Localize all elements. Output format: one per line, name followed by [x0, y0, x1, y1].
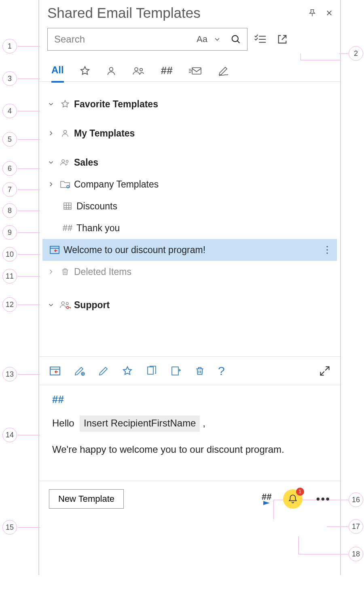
- signature-icon: [218, 65, 230, 77]
- match-case-toggle[interactable]: Aa: [197, 34, 207, 45]
- svg-point-11: [326, 246, 328, 247]
- new-template-button[interactable]: New Template: [49, 489, 124, 509]
- group-favorite-templates[interactable]: Favorite Templates: [39, 93, 340, 115]
- item-welcome-discount[interactable]: Welcome to our discount program!: [42, 239, 337, 261]
- callout-12: 12: [2, 297, 17, 312]
- hash-icon: ##: [60, 223, 75, 233]
- mail-send-icon: [188, 65, 203, 77]
- panel-title: Shared Email Templates: [47, 5, 201, 21]
- svg-point-2: [135, 68, 138, 71]
- expand-icon[interactable]: [319, 365, 330, 377]
- group-my-templates[interactable]: My Templates: [39, 122, 340, 144]
- chevron-down-icon: [44, 159, 58, 166]
- callout-14: 14: [2, 428, 17, 442]
- insert-button[interactable]: [49, 366, 61, 376]
- preview-hello: Hello: [52, 418, 74, 428]
- trash-icon: [58, 267, 72, 277]
- tab-macros[interactable]: ##: [161, 59, 173, 83]
- callout-5: 5: [2, 132, 17, 147]
- dataset-icon: [60, 202, 75, 211]
- bell-icon: [288, 493, 298, 505]
- delete-button[interactable]: [195, 365, 205, 377]
- item-label: Discounts: [76, 201, 117, 212]
- footer-more-button[interactable]: •••: [316, 492, 330, 505]
- callout-3: 3: [2, 71, 17, 86]
- tab-all[interactable]: All: [51, 59, 64, 83]
- group-support[interactable]: Support: [39, 294, 340, 316]
- svg-rect-9: [64, 203, 71, 209]
- star-icon: [79, 65, 91, 77]
- callout-1: 1: [2, 39, 17, 53]
- footer-bar: New Template ## 1 •••: [39, 481, 340, 517]
- preview-toolbar: ?: [39, 357, 340, 385]
- insert-template-icon: [47, 245, 62, 255]
- checklist-icon[interactable]: [254, 33, 267, 45]
- chevron-down-icon: [44, 100, 58, 108]
- callout-13: 13: [2, 367, 17, 381]
- macro-recipient-firstname[interactable]: Insert RecipientFirstName: [80, 416, 200, 432]
- tab-sign[interactable]: [218, 59, 230, 83]
- callout-11: 11: [2, 269, 17, 283]
- notifications-button[interactable]: 1: [283, 489, 303, 509]
- tab-favorites[interactable]: [79, 59, 91, 83]
- group-label: Support: [74, 300, 110, 311]
- person-icon: [106, 65, 116, 77]
- svg-point-14: [61, 302, 64, 305]
- callout-9: 9: [2, 225, 17, 240]
- svg-point-13: [326, 252, 328, 254]
- chevron-right-icon: [44, 130, 58, 137]
- svg-point-5: [63, 130, 66, 133]
- callout-2: 2: [349, 46, 363, 61]
- callout-8: 8: [2, 203, 17, 218]
- macros-shortcut-icon[interactable]: ##: [262, 493, 271, 505]
- more-icon[interactable]: [326, 245, 329, 254]
- chevron-right-icon: [44, 181, 58, 188]
- chevron-right-icon: [44, 268, 58, 275]
- callout-16: 16: [349, 492, 363, 507]
- search-scope-dropdown[interactable]: [213, 35, 221, 43]
- callout-15: 15: [2, 520, 17, 535]
- svg-point-7: [66, 160, 68, 162]
- pin-icon[interactable]: [308, 8, 317, 18]
- search-container: Aa: [47, 28, 248, 51]
- item-discounts[interactable]: Discounts: [39, 195, 340, 217]
- search-icon[interactable]: [230, 34, 241, 45]
- open-external-icon[interactable]: [277, 34, 288, 45]
- favorite-button[interactable]: [122, 365, 133, 377]
- callout-7: 7: [2, 182, 17, 197]
- help-button[interactable]: ?: [218, 364, 225, 378]
- tab-personal[interactable]: [106, 59, 116, 83]
- people-icon: [58, 158, 72, 167]
- people-icon: [132, 65, 146, 77]
- tab-team[interactable]: [132, 59, 146, 83]
- tab-mail[interactable]: [188, 59, 203, 83]
- templates-panel: Shared Email Templates Aa: [38, 0, 341, 575]
- search-input[interactable]: [54, 34, 194, 45]
- edit-button[interactable]: [98, 366, 109, 376]
- svg-point-16: [67, 307, 69, 309]
- svg-point-6: [62, 160, 65, 162]
- template-tree: Favorite Templates My Templates Sales Co…: [39, 82, 340, 316]
- import-button[interactable]: [170, 365, 182, 377]
- svg-rect-10: [50, 246, 59, 254]
- item-thankyou[interactable]: ## Thank you: [39, 217, 340, 239]
- close-icon[interactable]: [326, 9, 333, 17]
- svg-point-3: [140, 68, 142, 70]
- svg-point-1: [109, 67, 113, 71]
- group-label: Sales: [74, 157, 98, 168]
- svg-point-12: [326, 249, 328, 250]
- group-label: Favorite Templates: [74, 99, 158, 110]
- folder-deleted-items[interactable]: Deleted Items: [39, 261, 340, 283]
- edit-web-button[interactable]: [74, 366, 85, 376]
- chevron-down-icon: [44, 301, 58, 309]
- folder-label: Deleted Items: [74, 266, 131, 277]
- svg-rect-4: [192, 68, 201, 74]
- person-icon: [58, 128, 72, 138]
- copy-button[interactable]: [146, 365, 157, 377]
- folder-company-templates[interactable]: Company Templates: [39, 173, 340, 195]
- people-key-icon: [58, 300, 72, 310]
- group-sales[interactable]: Sales: [39, 151, 340, 173]
- macro-marker: ##: [52, 393, 330, 406]
- callout-17: 17: [349, 519, 363, 534]
- preview-body: We're happy to welcome you to our discou…: [52, 443, 330, 456]
